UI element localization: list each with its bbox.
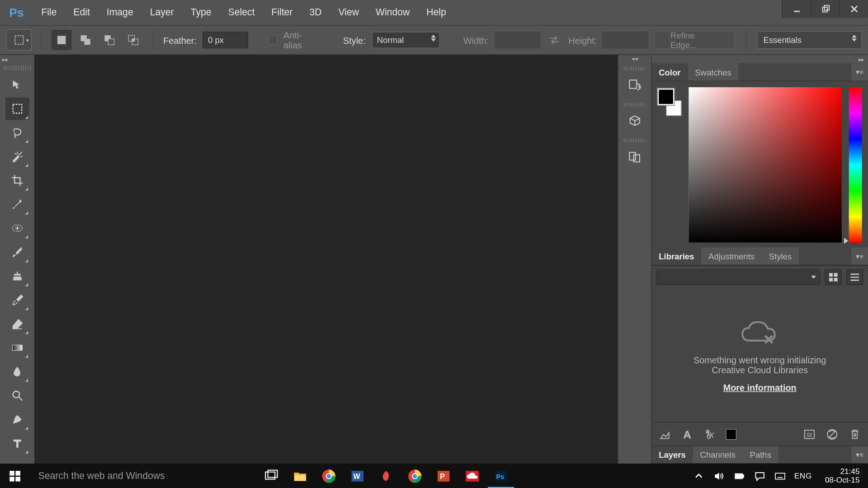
chrome-icon[interactable] [315, 464, 343, 488]
library-select[interactable] [656, 269, 820, 285]
clone-stamp-tool-icon[interactable] [5, 265, 29, 287]
panels-collapse-icon[interactable]: ▸▸ [651, 55, 868, 64]
grip-icon[interactable] [623, 103, 646, 106]
brush-tool-icon[interactable] [5, 241, 29, 263]
word-icon[interactable]: W [343, 464, 372, 488]
menu-type[interactable]: Type [182, 0, 220, 25]
file-explorer-icon[interactable] [286, 464, 314, 488]
cloud-error-icon [739, 318, 781, 347]
more-information-link[interactable]: More information [723, 382, 797, 392]
magic-wand-tool-icon[interactable] [5, 145, 29, 168]
keyboard-icon[interactable] [774, 470, 786, 482]
menu-layer[interactable]: Layer [142, 0, 182, 25]
task-view-icon[interactable] [257, 464, 286, 488]
add-color-icon[interactable] [726, 429, 736, 440]
tab-paths[interactable]: Paths [743, 446, 778, 463]
crop-tool-icon[interactable] [5, 169, 29, 192]
selection-subtract-icon[interactable] [99, 30, 120, 50]
tools-expand-icon[interactable]: ▸▸ [0, 56, 34, 63]
history-brush-tool-icon[interactable] [5, 289, 29, 311]
eraser-tool-icon[interactable] [5, 313, 29, 335]
properties-panel-icon[interactable] [623, 145, 646, 169]
svg-rect-17 [12, 345, 22, 351]
menu-filter[interactable]: Filter [263, 0, 301, 25]
grid-view-icon[interactable] [825, 269, 842, 285]
canvas-area[interactable] [35, 55, 618, 464]
menu-select[interactable]: Select [220, 0, 263, 25]
menu-window[interactable]: Window [367, 0, 418, 25]
3d-panel-icon[interactable] [623, 109, 646, 133]
menu-edit[interactable]: Edit [65, 0, 98, 25]
grip-icon[interactable] [3, 66, 31, 70]
search-input[interactable]: Search the web and Windows [30, 464, 257, 488]
menu-3d[interactable]: 3D [301, 0, 330, 25]
type-tool-icon[interactable] [5, 432, 29, 455]
menu-help[interactable]: Help [418, 0, 455, 25]
move-tool-icon[interactable] [5, 74, 29, 96]
trash-icon[interactable] [848, 427, 862, 441]
workspace-select[interactable]: Essentials [757, 31, 862, 49]
color-panel [651, 81, 868, 248]
add-character-style-icon[interactable] [680, 427, 695, 441]
clock[interactable]: 21:45 08-Oct-15 [820, 467, 864, 484]
action-center-icon[interactable] [754, 470, 765, 482]
tab-styles[interactable]: Styles [762, 247, 799, 264]
creative-cloud-icon[interactable] [458, 464, 486, 488]
close-button[interactable] [840, 0, 868, 18]
lasso-tool-icon[interactable] [5, 121, 29, 144]
panel-menu-icon[interactable]: ▾≡ [851, 446, 868, 463]
panel-menu-icon[interactable]: ▾≡ [851, 63, 868, 80]
tab-libraries[interactable]: Libraries [651, 247, 701, 264]
style-select[interactable]: Normal [372, 32, 440, 48]
tab-channels[interactable]: Channels [693, 446, 743, 463]
tool-preset-picker[interactable] [6, 29, 32, 51]
windows-taskbar: Search the web and Windows W P Ps ENG 21… [0, 464, 868, 488]
language-indicator[interactable]: ENG [794, 471, 812, 480]
chrome-icon-2[interactable] [401, 464, 429, 488]
zoom-tool-icon[interactable] [5, 384, 29, 407]
menu-image[interactable]: Image [98, 0, 142, 25]
foreground-color-swatch[interactable] [658, 89, 675, 105]
healing-brush-tool-icon[interactable] [5, 217, 29, 239]
powerpoint-icon[interactable]: P [429, 464, 458, 488]
history-panel-icon[interactable] [623, 73, 646, 97]
add-layer-style-icon[interactable]: fx [703, 427, 717, 441]
eyedropper-tool-icon[interactable] [5, 193, 29, 216]
marquee-tool-icon[interactable] [5, 98, 29, 120]
tab-adjustments[interactable]: Adjustments [701, 247, 762, 264]
menu-view[interactable]: View [330, 0, 367, 25]
app-icon[interactable] [372, 464, 400, 488]
selection-intersect-icon[interactable] [123, 30, 143, 50]
selection-new-icon[interactable] [52, 30, 72, 50]
gradient-tool-icon[interactable] [5, 336, 29, 359]
maximize-button[interactable] [811, 0, 839, 18]
minimize-button[interactable] [782, 0, 811, 18]
grip-icon[interactable] [623, 139, 646, 142]
tab-swatches[interactable]: Swatches [688, 63, 738, 80]
hue-slider[interactable] [849, 87, 862, 243]
dock-collapse-icon[interactable]: ◂◂ [618, 55, 651, 64]
libraries-panel-tabs: Libraries Adjustments Styles ▾≡ [651, 247, 868, 265]
tray-overflow-icon[interactable] [693, 470, 704, 482]
svg-text:St: St [807, 431, 812, 438]
sync-disabled-icon[interactable] [825, 427, 840, 441]
start-button[interactable] [0, 464, 30, 488]
stock-icon[interactable]: St [802, 427, 817, 441]
grip-icon[interactable] [623, 67, 646, 70]
volume-icon[interactable] [713, 470, 725, 482]
battery-icon[interactable] [733, 470, 745, 482]
photoshop-taskbar-icon[interactable]: Ps [486, 464, 515, 488]
list-view-icon[interactable] [846, 269, 863, 285]
tab-layers[interactable]: Layers [651, 446, 693, 463]
pen-tool-icon[interactable] [5, 408, 29, 431]
menu-file[interactable]: File [33, 0, 65, 25]
panel-menu-icon[interactable]: ▾≡ [851, 247, 868, 264]
tab-color[interactable]: Color [651, 63, 688, 80]
height-input [603, 32, 648, 48]
feather-input[interactable] [203, 32, 248, 48]
foreground-background-swatch[interactable] [658, 89, 682, 116]
selection-add-icon[interactable] [75, 30, 96, 50]
blur-tool-icon[interactable] [5, 360, 29, 383]
color-field[interactable] [689, 87, 842, 243]
add-graphic-icon[interactable] [658, 427, 672, 441]
